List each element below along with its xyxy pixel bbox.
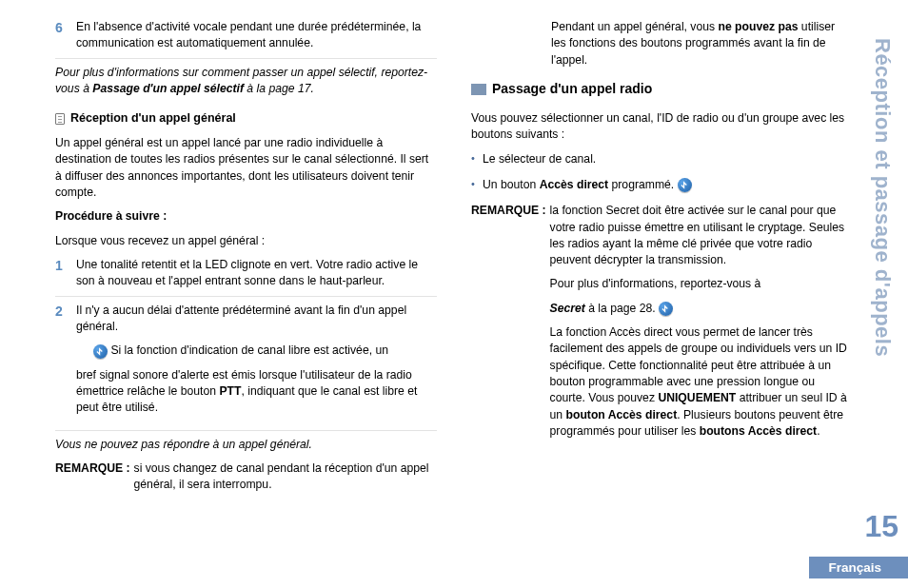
heading-text: Réception d'un appel général [70,110,236,127]
step2-line3: bref signal sonore d'alerte est émis lor… [76,367,437,417]
reception-heading: Réception d'un appel général [55,110,437,127]
unique-bold: UNIQUEMENT [658,391,736,404]
chapter-title-vertical: Réception et passage d'appels [870,38,895,357]
bullet2-bold: Accès direct [540,178,609,191]
ptt-bold: PTT [219,384,241,398]
options-list: Le sélecteur de canal. Un bouton Accès d… [471,151,853,194]
cannot-answer-note: Vous ne pouvez pas répondre à un appel g… [55,437,437,453]
r-secret-line: Secret à la page 28. [550,301,853,317]
remarque-right: REMARQUE : la fonction Secret doit être … [471,203,853,447]
bullet1-text: Le sélecteur de canal. [483,152,596,166]
step-number: 2 [55,303,69,424]
r-para3d: . [817,424,819,438]
note-text-post: à la page 17. [244,82,314,95]
step-1: 1 Une tonalité retentit et la LED cligno… [55,257,437,297]
info-icon [93,344,108,359]
selective-call-note: Pour plus d'informations sur comment pas… [55,65,437,98]
right-top-note: Pendant un appel général, vous ne pouvez… [471,19,853,69]
step-text: Une tonalité retentit et la LED clignote… [76,257,437,290]
section-title: Passage d'un appel radio [471,80,853,99]
bouton-bold: bouton Accès direct [566,408,678,421]
note-text-bold: Passage d'un appel sélectif [92,82,244,95]
remarque-label: REMARQUE : [55,461,130,494]
top-note-pre: Pendant un appel général, vous [551,20,719,33]
step-number: 6 [55,19,69,52]
secret-post: à la page 28. [585,302,659,315]
list-item: Un bouton Accès direct programmé. [471,177,853,193]
remarque-label: REMARQUE : [471,203,546,447]
step-body: Il n'y a aucun délai d'attente prédéterm… [76,303,437,424]
reception-description: Un appel général est un appel lancé par … [55,135,437,201]
remarque-body: si vous changez de canal pendant la réce… [134,461,437,494]
step2-line1: Il n'y a aucun délai d'attente prédéterm… [76,303,437,336]
right-intro: Vous pouvez sélectionner un canal, l'ID … [471,110,853,144]
two-column-layout: 6 En l'absence d'activité vocale pendant… [55,19,853,494]
section-title-text: Passage d'un appel radio [492,80,652,99]
page-number: 15 [864,509,898,544]
remarque-left: REMARQUE : si vous changez de canal pend… [55,461,437,494]
section-bar-icon [471,84,486,95]
language-tab: Français [809,557,908,578]
step2-line2-text: Si la fonction d'indication de canal lib… [108,343,388,357]
top-note-bold: ne pouvez pas [719,20,799,33]
page-root: 6 En l'absence d'activité vocale pendant… [0,0,908,588]
step2-line2: Si la fonction d'indication de canal lib… [76,343,437,359]
info-icon [659,302,673,316]
secret-bold: Secret [550,302,585,315]
list-item: Le sélecteur de canal. [471,151,853,167]
info-icon [678,178,692,192]
r-para2: Pour plus d'informations, reportez-vous … [550,276,853,292]
bullet2-pre: Un bouton [483,178,540,191]
r-para1: la fonction Secret doit être activée sur… [550,203,853,268]
procedure-intro: Lorsque vous recevez un appel général : [55,233,437,249]
remarque-body: la fonction Secret doit être activée sur… [550,203,853,447]
step-number: 1 [55,257,69,290]
step-text: En l'absence d'activité vocale pendant u… [76,19,437,52]
step-6: 6 En l'absence d'activité vocale pendant… [55,19,437,59]
procedure-label: Procédure à suivre : [55,208,437,225]
bullet2-post: programmé. [608,178,677,191]
r-para3: La fonction Accès direct vous permet de … [550,324,853,440]
right-column: Pendant un appel général, vous ne pouvez… [471,19,853,494]
boutons-bold: boutons Accès direct [700,424,817,438]
left-column: 6 En l'absence d'activité vocale pendant… [55,19,437,494]
document-icon [55,113,65,125]
step-2: 2 Il n'y a aucun délai d'attente prédéte… [55,303,437,431]
